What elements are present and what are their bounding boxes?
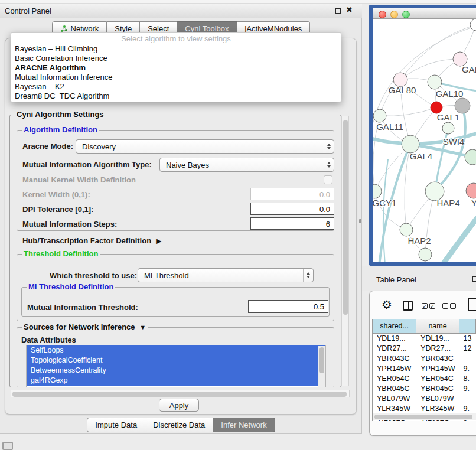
network-edge — [380, 107, 436, 116]
aracne-mode-select[interactable]: Discovery — [76, 139, 334, 154]
zoom-traffic-light[interactable] — [402, 11, 410, 18]
scrollbar-thumb[interactable] — [319, 347, 324, 373]
which-threshold-select[interactable]: MI Threshold — [138, 268, 314, 282]
aracne-mode-label: Aracne Mode: — [22, 142, 73, 151]
attribute-item-topologicalcoefficient[interactable]: TopologicalCoefficient — [27, 356, 325, 366]
which-threshold-label: Which threshold to use: — [50, 271, 137, 280]
mi-steps-field[interactable]: 6 — [250, 217, 334, 230]
dpi-tolerance-field[interactable]: 0.0 — [250, 203, 334, 215]
table-row[interactable]: YPR145WYPR145W9. — [373, 364, 476, 374]
node-label: GAL11 — [376, 122, 403, 132]
float-window-icon[interactable] — [335, 8, 341, 14]
mi-algorithm-type-label: Mutual Information Algorithm Type: — [22, 160, 152, 169]
network-node-gal11[interactable] — [373, 109, 386, 122]
hub-transcription-factor-section[interactable]: Hub/Transcription Factor Definition ▶ — [22, 236, 161, 245]
network-node-gal1[interactable] — [431, 102, 442, 113]
unchecked-checkbox-icon[interactable] — [450, 303, 456, 309]
collapsed-panel-icon[interactable] — [2, 442, 13, 450]
minimize-traffic-light[interactable] — [390, 11, 398, 18]
algorithm-option-bayesian-hill-climbing[interactable]: Bayesian – Hill Climbing — [11, 44, 341, 54]
list-scrollbar[interactable] — [318, 346, 325, 387]
table-cell: YBL079W — [373, 394, 416, 404]
table-horizontal-scrollbar[interactable] — [373, 413, 476, 420]
float-window-icon[interactable] — [472, 276, 476, 282]
node-label: HAP4 — [436, 198, 459, 208]
column-browser-icon[interactable] — [403, 301, 413, 311]
splitter-handle[interactable] — [359, 219, 361, 223]
node-label: GAL — [462, 64, 476, 74]
network-node-swi4[interactable] — [442, 122, 454, 134]
stepper-icon — [324, 140, 334, 153]
mi-algorithm-type-select[interactable]: Naive Bayes — [159, 158, 334, 172]
network-node-y[interactable] — [466, 183, 476, 198]
apply-button[interactable]: Apply — [159, 399, 199, 412]
network-node[interactable] — [419, 248, 432, 261]
tab-impute-data[interactable]: Impute Data — [87, 418, 145, 432]
algorithm-option-mutual-information-inference[interactable]: Mutual Information Inference — [11, 73, 341, 82]
table-header-row: shared...name — [373, 319, 476, 334]
scrollbar-thumb[interactable] — [343, 120, 348, 315]
algorithm-option-basic-correlation-inference[interactable]: Basic Correlation Inference — [11, 54, 341, 63]
network-edge — [438, 219, 476, 262]
table-cell: YPR145W — [373, 364, 416, 374]
node-label: GCY1 — [373, 198, 396, 208]
network-node[interactable] — [470, 19, 476, 31]
table-cell: YDL19... — [373, 334, 416, 344]
scrollbar-thumb[interactable] — [12, 392, 347, 397]
table-row[interactable]: YER054CYER054C8. — [373, 374, 476, 384]
column-header-partial[interactable] — [459, 319, 476, 333]
network-canvas[interactable]: GALGAL80GAL10GAL1GAL11SWI4GAL4GCY1HAP4YH… — [373, 19, 476, 262]
table-row[interactable]: YDL19...YDL19...13 — [373, 334, 476, 344]
close-icon[interactable]: ✖ — [346, 5, 353, 14]
table-cell: YBR043C — [416, 354, 459, 364]
algorithm-definition-legend: Algorithm Definition — [22, 125, 99, 134]
tab-label: Impute Data — [95, 420, 137, 429]
table-row[interactable]: YBL079WYBL079W — [373, 394, 476, 404]
dpi-tolerance-label: DPI Tolerance [0,1]: — [22, 205, 93, 214]
network-node-gcy1[interactable] — [373, 184, 382, 198]
unchecked-checkbox-icon[interactable] — [442, 303, 448, 309]
checked-checkbox-icon[interactable]: ✓ — [422, 303, 428, 309]
table-row[interactable]: YDR27...YDR27...12 — [373, 344, 476, 354]
function-builder-icon[interactable] — [468, 298, 476, 311]
node-label: Y — [471, 198, 476, 208]
network-node-gal10[interactable] — [428, 75, 442, 89]
algorithm-option-bayesian-k2[interactable]: Bayesian – K2 — [11, 82, 341, 92]
network-node[interactable] — [465, 149, 476, 165]
algorithm-option-dream8-dc-tdc-algorithm[interactable]: Dream8 DC_TDC Algorithm — [11, 92, 341, 101]
table-cell: YDR27... — [373, 344, 416, 354]
manual-kernel-width-label: Manual Kernel Width Definition — [22, 175, 136, 184]
scrollbar-thumb[interactable] — [374, 415, 472, 419]
column-header-shared[interactable]: shared... — [373, 319, 416, 333]
close-traffic-light[interactable] — [379, 11, 386, 18]
tab-infer-network[interactable]: Infer Network — [213, 418, 275, 432]
algorithm-option-aracne-algorithm[interactable]: ARACNE Algorithm — [11, 63, 341, 73]
data-attributes-list[interactable]: SelfLoopsTopologicalCoefficientBetweenne… — [26, 345, 326, 387]
collapse-right-icon[interactable]: ▶ — [156, 237, 161, 245]
table-row[interactable]: YBR043CYBR043C — [373, 354, 476, 364]
tab-label: Infer Network — [221, 420, 266, 429]
attribute-item-betweennesscentrality[interactable]: BetweennessCentrality — [27, 366, 325, 376]
node-label: GAL80 — [389, 85, 416, 95]
gear-icon[interactable]: ⚙ — [382, 299, 392, 311]
column-header-name[interactable]: name — [416, 319, 459, 333]
manual-kernel-width-checkbox[interactable] — [324, 175, 332, 184]
table-row[interactable]: YBR045CYBR045C9. — [373, 384, 476, 394]
expand-down-icon[interactable]: ▼ — [139, 324, 146, 331]
network-edge — [374, 191, 406, 230]
network-node-hap2[interactable] — [400, 223, 413, 236]
table-cell: YER054C — [416, 374, 459, 384]
mutual-information-threshold-field[interactable]: 0.5 — [248, 300, 328, 313]
table-cell: 9. — [459, 364, 476, 374]
kernel-width-field[interactable]: 0.0 — [250, 188, 334, 200]
attribute-item-gal4rgexp[interactable]: gal4RGexp — [27, 376, 325, 386]
table-cell: YBL079W — [416, 394, 459, 404]
attribute-item-selfloops[interactable]: SelfLoops — [27, 345, 325, 356]
network-node[interactable] — [455, 98, 470, 113]
checked-checkbox-icon[interactable]: ✓ — [429, 303, 435, 309]
tab-discretize-data[interactable]: Discretize Data — [145, 418, 213, 432]
settings-vertical-scrollbar[interactable] — [341, 116, 349, 386]
node-label: GAL10 — [436, 89, 464, 99]
settings-horizontal-scrollbar[interactable] — [11, 390, 350, 397]
network-node-gal4[interactable] — [402, 135, 419, 153]
